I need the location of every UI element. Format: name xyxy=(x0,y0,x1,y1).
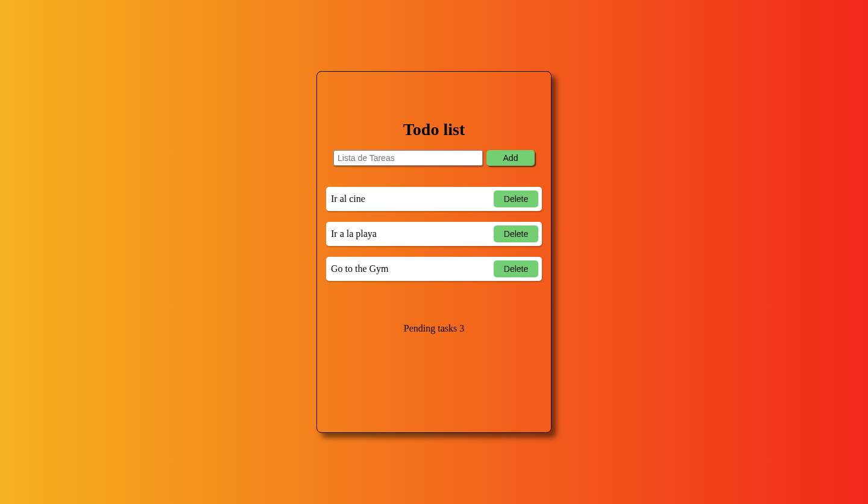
delete-button[interactable]: Delete xyxy=(494,260,538,277)
delete-button[interactable]: Delete xyxy=(494,191,538,207)
delete-button[interactable]: Delete xyxy=(494,225,538,242)
input-row: Add xyxy=(326,150,542,166)
pending-label: Pending tasks xyxy=(404,323,457,333)
page-title: Todo list xyxy=(326,120,542,139)
task-text: Ir a la playa xyxy=(331,228,377,239)
task-list: Ir al cine Delete Ir a la playa Delete G… xyxy=(326,187,542,281)
task-text: Go to the Gym xyxy=(331,263,389,274)
todo-card: Todo list Add Ir al cine Delete Ir a la … xyxy=(316,71,552,433)
task-row: Go to the Gym Delete xyxy=(326,257,542,281)
task-input[interactable] xyxy=(333,150,483,166)
task-row: Ir al cine Delete xyxy=(326,187,542,211)
task-text: Ir al cine xyxy=(331,194,365,204)
pending-status: Pending tasks 3 xyxy=(326,323,542,334)
pending-count: 3 xyxy=(459,323,464,333)
task-row: Ir a la playa Delete xyxy=(326,222,542,246)
add-button[interactable]: Add xyxy=(486,150,535,166)
